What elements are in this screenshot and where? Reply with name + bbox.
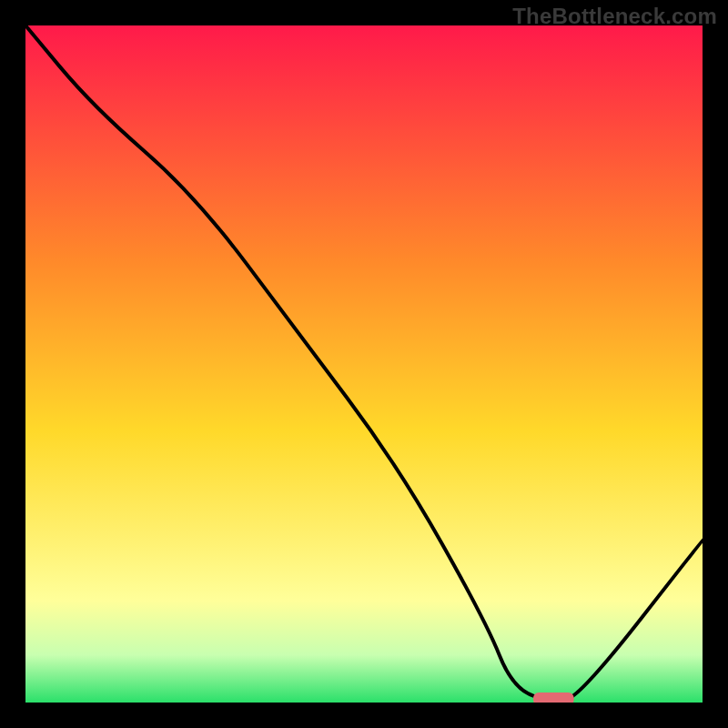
plot-area: [25, 25, 703, 703]
optimum-marker: [533, 693, 574, 703]
chart-frame: TheBottleneck.com: [0, 0, 728, 728]
gradient-bg: [25, 25, 703, 703]
chart-svg: [25, 25, 703, 703]
